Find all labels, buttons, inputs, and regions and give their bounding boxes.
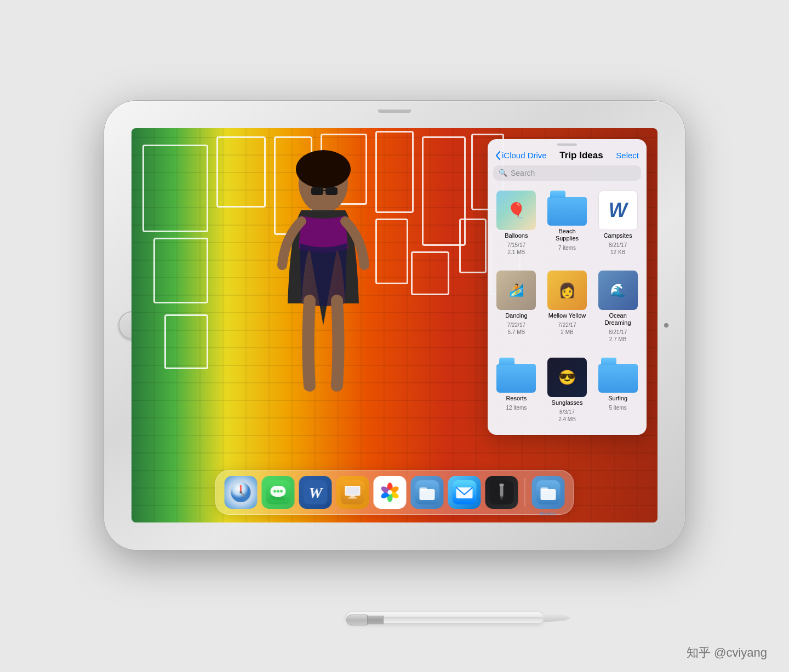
file-item-balloons[interactable]: Balloons 7/15/172.1 MB <box>492 187 541 265</box>
file-name-ocean-dreaming: Ocean Dreaming <box>596 312 640 326</box>
file-meta-resorts: 12 items <box>506 404 527 411</box>
svg-rect-19 <box>346 487 359 495</box>
svg-rect-2 <box>311 187 323 195</box>
person-figure <box>214 128 433 468</box>
dock-app-keynote[interactable] <box>336 476 369 509</box>
dock-browse-label: Browse <box>540 511 556 516</box>
svg-rect-36 <box>500 485 504 497</box>
icloud-panel: iCloud Drive Trip Ideas Select 🔍 Search … <box>488 139 647 435</box>
file-meta-dancing: 7/22/175.7 MB <box>507 321 525 336</box>
dock-app-messages[interactable] <box>262 476 295 509</box>
svg-rect-20 <box>351 496 355 497</box>
files-grid: Balloons 7/15/172.1 MB BeachSupplies 7 i… <box>488 185 647 435</box>
file-meta-sunglasses: 8/3/172.4 MB <box>558 409 576 423</box>
svg-point-1 <box>296 150 351 188</box>
file-item-mellow-yellow[interactable]: Mellow Yellow 7/22/172 MB <box>543 267 592 352</box>
pencil-body <box>346 612 544 623</box>
file-name-balloons: Balloons <box>505 232 528 239</box>
svg-point-12 <box>273 490 276 492</box>
file-thumb-balloons <box>496 191 536 230</box>
file-name-resorts: Resorts <box>506 395 527 402</box>
dock-app-files[interactable] <box>411 476 444 509</box>
dock-app-photos[interactable] <box>374 476 407 509</box>
dock: W <box>215 470 574 515</box>
file-name-campsites: Campsites <box>604 232 632 239</box>
search-bar[interactable]: 🔍 Search <box>493 165 641 181</box>
svg-rect-3 <box>325 187 338 195</box>
search-placeholder-text: Search <box>511 169 535 177</box>
panel-handle <box>557 143 577 146</box>
file-name-sunglasses: Sunglasses <box>552 399 583 406</box>
svg-rect-21 <box>348 497 357 499</box>
ipad-shell: iCloud Drive Trip Ideas Select 🔍 Search … <box>104 101 685 550</box>
file-thumb-dancing <box>496 271 536 310</box>
panel-nav: iCloud Drive Trip Ideas Select <box>488 148 647 165</box>
pencil-band <box>367 616 384 624</box>
svg-text:W: W <box>309 484 324 501</box>
watermark: 知乎 @cviyang <box>687 645 767 661</box>
dock-app-browse[interactable]: Browse <box>532 476 565 509</box>
file-meta-campsites: 8/21/1712 KB <box>609 242 627 256</box>
pencil-tip <box>544 613 571 622</box>
camera-dot <box>664 323 668 328</box>
file-name-dancing: Dancing <box>505 312 527 319</box>
file-thumb-sunglasses <box>547 358 587 397</box>
svg-point-13 <box>277 490 279 492</box>
file-meta-mellow-yellow: 7/22/172 MB <box>558 321 576 336</box>
file-name-mellow-yellow: Mellow Yellow <box>548 312 586 319</box>
icloud-drive-label: iCloud Drive <box>502 151 547 160</box>
search-icon: 🔍 <box>499 169 507 177</box>
svg-point-9 <box>240 491 242 493</box>
file-item-sunglasses[interactable]: Sunglasses 8/3/172.4 MB <box>543 354 592 432</box>
dock-app-word[interactable]: W <box>299 476 332 509</box>
panel-select-button[interactable]: Select <box>616 151 639 160</box>
file-thumb-mellow-yellow <box>547 271 587 310</box>
file-item-resorts[interactable]: Resorts 12 items <box>492 354 541 432</box>
file-name-beach-supplies: BeachSupplies <box>556 228 579 242</box>
dock-app-mail[interactable] <box>448 476 481 509</box>
svg-point-29 <box>388 490 392 495</box>
svg-rect-42 <box>541 487 548 491</box>
dock-app-safari[interactable] <box>225 476 258 509</box>
file-meta-beach-supplies: 7 items <box>558 244 576 251</box>
file-meta-ocean-dreaming: 8/21/172.7 MB <box>609 329 627 343</box>
pencil-cap <box>346 614 368 625</box>
page-container: iCloud Drive Trip Ideas Select 🔍 Search … <box>0 0 789 672</box>
file-item-campsites[interactable]: W Campsites 8/21/1712 KB <box>593 187 642 265</box>
apple-pencil <box>346 610 565 625</box>
svg-rect-38 <box>500 484 504 486</box>
file-meta-balloons: 7/15/172.1 MB <box>507 242 525 256</box>
file-name-surfing: Surfing <box>608 395 627 402</box>
file-item-ocean-dreaming[interactable]: Ocean Dreaming 8/21/172.7 MB <box>593 267 642 352</box>
watermark-text: 知乎 @cviyang <box>687 646 767 659</box>
panel-back-button[interactable]: iCloud Drive <box>495 151 547 160</box>
file-item-surfing[interactable]: Surfing 5 items <box>593 354 642 432</box>
dock-app-pencil-notes[interactable] <box>485 476 518 509</box>
ipad-screen: iCloud Drive Trip Ideas Select 🔍 Search … <box>132 128 658 522</box>
dock-divider <box>525 478 525 507</box>
file-thumb-ocean-dreaming <box>598 271 638 310</box>
file-item-beach-supplies[interactable]: BeachSupplies 7 items <box>543 187 592 265</box>
file-meta-surfing: 5 items <box>609 404 627 411</box>
svg-point-14 <box>280 490 283 492</box>
panel-title: Trip Ideas <box>559 150 603 161</box>
svg-point-39 <box>501 497 502 498</box>
file-thumb-campsites: W <box>598 191 638 230</box>
file-item-dancing[interactable]: Dancing 7/22/175.7 MB <box>492 267 541 352</box>
ipad-top-bar <box>378 110 411 113</box>
svg-rect-32 <box>420 487 427 491</box>
